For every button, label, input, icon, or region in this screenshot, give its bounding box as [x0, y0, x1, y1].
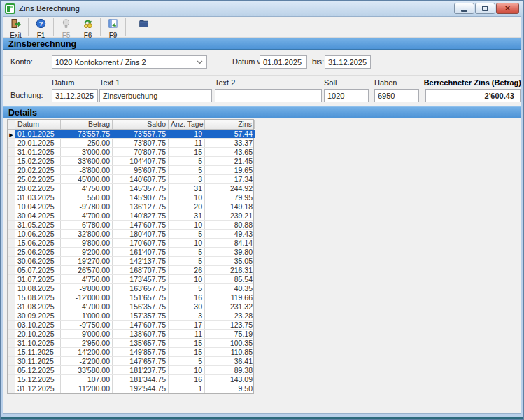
cell-betrag[interactable]: -12'000.00: [61, 293, 113, 302]
table-row[interactable]: 05.07.2025 26'570.00 168'707.75 26 216.3…: [8, 266, 253, 275]
cell-anz-tage[interactable]: 1: [169, 384, 205, 393]
cell-datum[interactable]: 10.04.2025: [15, 202, 61, 211]
cell-betrag[interactable]: -9'200.00: [61, 248, 113, 256]
cell-datum[interactable]: 31.03.2025: [15, 193, 61, 202]
cell-zins[interactable]: 143.09: [205, 375, 255, 384]
cell-zins[interactable]: 40.35: [205, 284, 255, 293]
cell-zins[interactable]: 49.43: [205, 230, 255, 238]
table-row[interactable]: 15.02.2025 33'600.00 104'407.75 5 21.45: [8, 157, 253, 166]
cell-anz-tage[interactable]: 15: [169, 148, 205, 156]
cell-saldo[interactable]: 181'344.75: [113, 375, 169, 384]
cell-zins[interactable]: 80.88: [205, 220, 255, 229]
cell-datum[interactable]: 15.02.2025: [15, 157, 61, 165]
cell-zins[interactable]: 23.28: [205, 312, 255, 320]
cell-zins[interactable]: 244.92: [205, 184, 255, 192]
cell-datum[interactable]: 10.06.2025: [15, 230, 61, 238]
cell-datum[interactable]: 25.06.2025: [15, 248, 61, 256]
table-row[interactable]: 31.07.2025 4'750.00 173'457.75 10 85.54: [8, 275, 253, 284]
cell-betrag[interactable]: -2'200.00: [61, 357, 113, 365]
cell-datum[interactable]: 15.06.2025: [15, 239, 61, 247]
cell-betrag[interactable]: 107.00: [61, 375, 113, 384]
cell-betrag[interactable]: 4'750.00: [61, 275, 113, 284]
cell-datum[interactable]: 31.05.2025: [15, 220, 61, 229]
cell-saldo[interactable]: 73'807.75: [113, 139, 169, 147]
cell-saldo[interactable]: 70'807.75: [113, 148, 169, 156]
cell-anz-tage[interactable]: 17: [169, 321, 205, 329]
buchung-soll-input[interactable]: 1020: [324, 89, 369, 102]
titlebar[interactable]: Zins Berechnung ✕: [1, 1, 523, 16]
cell-anz-tage[interactable]: 5: [169, 357, 205, 365]
cell-saldo[interactable]: 173'457.75: [113, 275, 169, 284]
table-row[interactable]: 15.12.2025 107.00 181'344.75 16 143.09: [8, 375, 253, 384]
table-row[interactable]: 30.09.2025 1'000.00 157'357.75 3 23.28: [8, 312, 253, 321]
cell-betrag[interactable]: 33'580.00: [61, 366, 113, 374]
buchung-text2-input[interactable]: [215, 89, 322, 102]
cell-betrag[interactable]: -9'750.00: [61, 321, 113, 329]
cell-datum[interactable]: 31.07.2025: [15, 275, 61, 284]
cell-zins[interactable]: 36.41: [205, 357, 255, 365]
cell-saldo[interactable]: 180'407.75: [113, 230, 169, 238]
buchung-haben-input[interactable]: 6950: [374, 89, 419, 102]
table-row[interactable]: 10.08.2025 -9'800.00 163'657.75 5 40.35: [8, 284, 253, 293]
cell-anz-tage[interactable]: 5: [169, 157, 205, 165]
cell-zins[interactable]: 17.34: [205, 175, 255, 183]
table-row[interactable]: 20.02.2025 -8'800.00 95'607.75 5 19.65: [8, 166, 253, 175]
cell-datum[interactable]: 30.11.2025: [15, 357, 61, 365]
cell-zins[interactable]: 239.21: [205, 211, 255, 220]
cell-saldo[interactable]: 163'657.75: [113, 284, 169, 293]
column-header-zins[interactable]: Zins: [205, 120, 255, 129]
table-row[interactable]: 25.06.2025 -9'200.00 161'407.75 5 39.80: [8, 248, 253, 257]
cell-betrag[interactable]: 250.00: [61, 139, 113, 147]
datum-von-input[interactable]: 01.01.2025: [260, 55, 307, 69]
cell-zins[interactable]: 100.35: [205, 339, 255, 347]
cell-datum[interactable]: 30.06.2025: [15, 257, 61, 265]
cell-betrag[interactable]: -19'270.00: [61, 257, 113, 265]
cell-anz-tage[interactable]: 3: [169, 175, 205, 183]
cell-anz-tage[interactable]: 10: [169, 220, 205, 229]
f9-button[interactable]: F9: [102, 17, 124, 37]
cell-anz-tage[interactable]: 20: [169, 202, 205, 211]
cell-betrag[interactable]: 11'200.00: [61, 384, 113, 393]
cell-anz-tage[interactable]: 15: [169, 339, 205, 347]
cell-betrag[interactable]: 73'557.75: [61, 130, 113, 138]
cell-zins[interactable]: 43.65: [205, 148, 255, 156]
cell-betrag[interactable]: -9'800.00: [61, 239, 113, 247]
buchung-zins-betrag-input[interactable]: 2'600.43: [425, 89, 521, 102]
buchung-text1-input[interactable]: Zinsverbuchung: [99, 89, 212, 102]
cell-betrag[interactable]: 45'000.00: [61, 175, 113, 183]
column-header-anz-tage[interactable]: Anz. Tage: [169, 120, 205, 129]
cell-zins[interactable]: 57.44: [205, 130, 255, 138]
cell-betrag[interactable]: -9'800.00: [61, 284, 113, 293]
cell-anz-tage[interactable]: 19: [169, 130, 205, 138]
table-row[interactable]: 31.03.2025 550.00 145'907.75 10 79.95: [8, 193, 253, 202]
table-row[interactable]: 30.06.2025 -19'270.00 142'137.75 5 35.05: [8, 257, 253, 266]
buchung-datum-input[interactable]: 31.12.2025: [52, 89, 98, 102]
cell-anz-tage[interactable]: 5: [169, 248, 205, 256]
table-row[interactable]: 31.10.2025 -2'950.00 135'657.75 15 100.3…: [8, 339, 253, 348]
cell-saldo[interactable]: 145'357.75: [113, 184, 169, 192]
cell-anz-tage[interactable]: 31: [169, 184, 205, 192]
cell-saldo[interactable]: 161'407.75: [113, 248, 169, 256]
cell-betrag[interactable]: 26'570.00: [61, 266, 113, 274]
cell-datum[interactable]: 20.01.2025: [15, 139, 61, 147]
table-row[interactable]: 01.01.2025 73'557.75 73'557.75 19 57.44: [8, 130, 253, 139]
cell-datum[interactable]: 15.12.2025: [15, 375, 61, 384]
table-row[interactable]: 20.01.2025 250.00 73'807.75 11 33.37: [8, 139, 253, 148]
konto-select[interactable]: 1020 Kontokorrent / Zins 2: [52, 55, 207, 69]
cell-betrag[interactable]: 4'700.00: [61, 302, 113, 311]
cell-saldo[interactable]: 104'407.75: [113, 157, 169, 165]
cell-betrag[interactable]: 4'750.00: [61, 184, 113, 192]
exit-button[interactable]: Exit: [5, 17, 27, 37]
cell-betrag[interactable]: 32'800.00: [61, 230, 113, 238]
table-row[interactable]: 28.02.2025 4'750.00 145'357.75 31 244.92: [8, 184, 253, 193]
folder-button[interactable]: [133, 17, 155, 37]
cell-zins[interactable]: 39.80: [205, 248, 255, 256]
cell-anz-tage[interactable]: 5: [169, 230, 205, 238]
cell-saldo[interactable]: 142'137.75: [113, 257, 169, 265]
cell-anz-tage[interactable]: 11: [169, 330, 205, 338]
cell-saldo[interactable]: 95'607.75: [113, 166, 169, 174]
cell-saldo[interactable]: 136'127.75: [113, 202, 169, 211]
cell-datum[interactable]: 10.08.2025: [15, 284, 61, 293]
cell-betrag[interactable]: -2'950.00: [61, 339, 113, 347]
cell-anz-tage[interactable]: 5: [169, 284, 205, 293]
